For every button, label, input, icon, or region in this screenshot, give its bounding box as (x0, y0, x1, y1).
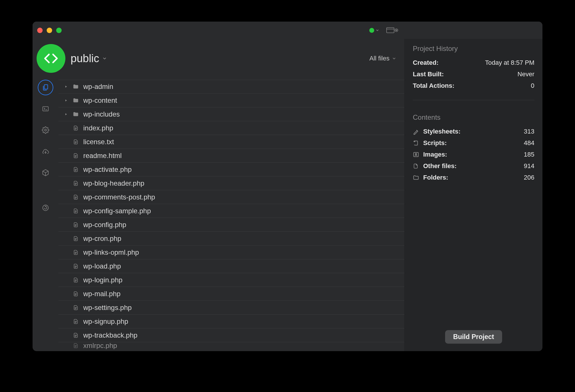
browser-preview-button[interactable] (386, 27, 398, 34)
history-total-actions-label: Total Actions: (413, 82, 454, 90)
details-panel: Project History Created: Today at 8:57 P… (404, 39, 542, 351)
file-icon (72, 332, 79, 339)
chevron-down-icon (392, 56, 396, 61)
file-list[interactable]: wp-adminwp-contentwp-includesindex.phpli… (58, 78, 404, 351)
window-minimize-button[interactable] (47, 28, 52, 33)
terminal-icon (42, 105, 49, 113)
file-row[interactable]: wp-blog-header.php (58, 176, 404, 190)
svg-rect-5 (43, 106, 48, 111)
files-icon (42, 84, 49, 91)
file-icon (72, 166, 79, 173)
file-name-label: wp-mail.php (83, 290, 120, 298)
history-last-built-label: Last Built: (413, 71, 444, 78)
app-logo-icon (37, 44, 65, 73)
file-row[interactable]: wp-config-sample.php (58, 204, 404, 218)
file-icon (72, 194, 79, 201)
app-window: public All files (33, 22, 542, 351)
panel-divider (413, 100, 534, 100)
file-name-label: wp-config.php (83, 221, 126, 229)
file-name-label: wp-includes (83, 110, 120, 118)
file-name-label: wp-activate.php (83, 165, 132, 174)
contents-label: Folders: (423, 174, 520, 181)
project-history-heading: Project History (413, 45, 534, 53)
disclosure-triangle-icon[interactable] (64, 113, 68, 116)
sidebar-item-files[interactable] (38, 80, 53, 95)
project-name-dropdown[interactable]: public (71, 52, 107, 65)
folder-icon (72, 97, 79, 104)
file-icon (72, 277, 79, 283)
file-row[interactable]: wp-settings.php (58, 301, 404, 315)
file-name-label: wp-content (83, 96, 117, 104)
sidebar-item-cloud[interactable] (38, 144, 53, 159)
contents-list: Stylesheets:313Scripts:484Images:185Othe… (413, 128, 534, 185)
file-row[interactable]: wp-login.php (58, 273, 404, 287)
file-icon (413, 163, 420, 169)
file-row[interactable]: wp-links-opml.php (58, 246, 404, 259)
contents-value: 313 (524, 128, 534, 135)
file-icon (72, 342, 79, 349)
cube-icon (42, 169, 49, 176)
file-name-label: wp-blog-header.php (83, 179, 144, 187)
contents-value: 206 (524, 174, 534, 181)
contents-value: 484 (524, 139, 534, 147)
file-name-label: wp-links-opml.php (83, 248, 139, 256)
svg-rect-0 (387, 28, 394, 33)
chevron-down-icon (102, 56, 107, 61)
file-name-label: xmlrpc.php (83, 342, 117, 349)
disclosure-triangle-icon[interactable] (64, 85, 68, 88)
file-name-label: index.php (83, 124, 113, 132)
file-icon (72, 235, 79, 242)
window-close-button[interactable] (37, 28, 43, 33)
contents-label: Scripts: (423, 139, 520, 147)
file-row[interactable]: wp-config.php (58, 218, 404, 232)
file-row[interactable]: wp-signup.php (58, 315, 404, 328)
sidebar-item-refresh[interactable] (38, 200, 53, 216)
sidebar-item-terminal[interactable] (38, 101, 53, 117)
sidebar-item-packages[interactable] (38, 165, 53, 180)
file-row[interactable]: wp-activate.php (58, 163, 404, 176)
contents-heading: Contents (413, 113, 534, 121)
contents-label: Other files: (423, 162, 520, 170)
file-icon (72, 290, 79, 297)
file-row[interactable]: index.php (58, 121, 404, 135)
file-icon (72, 304, 79, 311)
titlebar-right-controls (369, 27, 398, 34)
file-name-label: wp-load.php (83, 262, 121, 270)
file-row[interactable]: wp-content (58, 94, 404, 107)
file-row[interactable]: wp-cron.php (58, 232, 404, 246)
contents-label: Stylesheets: (423, 128, 520, 135)
main-area: public All files (33, 39, 404, 351)
file-filter-dropdown[interactable]: All files (369, 55, 396, 62)
file-row[interactable]: wp-comments-post.php (58, 190, 404, 204)
sidebar-item-settings[interactable] (38, 122, 53, 138)
history-created-value: Today at 8:57 PM (485, 59, 534, 66)
contents-row-folder: Folders:206 (413, 174, 534, 181)
disclosure-triangle-icon[interactable] (64, 99, 68, 102)
contents-row-script: Scripts:484 (413, 139, 534, 147)
server-status-dropdown[interactable] (369, 28, 379, 33)
file-row[interactable]: wp-mail.php (58, 287, 404, 301)
svg-point-3 (396, 30, 397, 31)
file-row[interactable]: wp-includes (58, 107, 404, 121)
contents-value: 914 (524, 162, 534, 170)
contents-label: Images: (423, 151, 520, 158)
svg-point-83 (415, 153, 417, 155)
server-status-indicator-icon (369, 28, 374, 33)
file-icon (72, 180, 79, 187)
file-row[interactable]: readme.html (58, 149, 404, 163)
file-name-label: readme.html (83, 152, 122, 160)
stylesheet-icon (413, 128, 420, 135)
history-last-built-value: Never (517, 71, 534, 78)
file-name-label: wp-comments-post.php (83, 193, 155, 201)
window-maximize-button[interactable] (56, 28, 62, 33)
file-row[interactable]: wp-admin (58, 80, 404, 94)
file-row[interactable]: wp-trackback.php (58, 328, 404, 342)
build-project-button[interactable]: Build Project (445, 330, 502, 344)
contents-row-stylesheet: Stylesheets:313 (413, 128, 534, 135)
file-row[interactable]: xmlrpc.php (58, 342, 404, 349)
file-icon (72, 125, 79, 132)
image-icon (413, 151, 420, 158)
file-row[interactable]: wp-load.php (58, 259, 404, 273)
project-header: public All files (33, 39, 404, 78)
file-row[interactable]: license.txt (58, 135, 404, 149)
